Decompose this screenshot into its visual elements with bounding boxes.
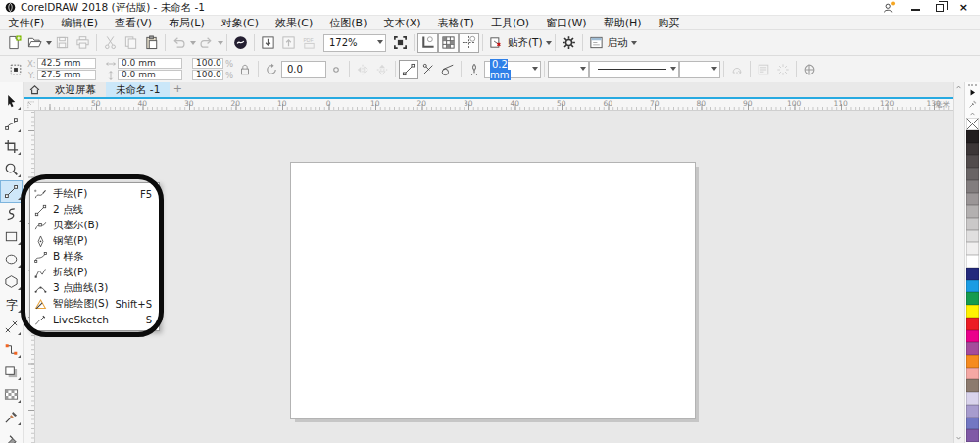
text-wrap-button[interactable] [754, 60, 773, 79]
menu-item[interactable]: 工具(O) [482, 16, 537, 30]
menu-item[interactable]: 帮助(H) [595, 16, 650, 30]
dimension-tool[interactable] [0, 316, 23, 338]
zoom-dropdown-caret[interactable] [377, 40, 383, 47]
color-swatch[interactable] [966, 230, 979, 243]
connector-tool[interactable] [0, 338, 23, 361]
account-icon[interactable] [882, 1, 896, 14]
color-swatch[interactable] [966, 242, 979, 255]
vertical-scrollbar[interactable] [953, 82, 964, 443]
color-swatch[interactable] [966, 418, 979, 430]
shape-tool[interactable] [0, 113, 23, 135]
color-swatch[interactable] [966, 155, 979, 168]
import-button[interactable] [258, 33, 278, 53]
launch-label[interactable]: 启动 [607, 36, 630, 50]
flyout-menu-item[interactable]: B 样条 [30, 249, 159, 265]
redo-dropdown-caret[interactable] [218, 41, 223, 48]
flyout-menu-item[interactable]: 智能绘图(S) Shift+S [30, 296, 159, 312]
palette-grip[interactable] [968, 84, 977, 86]
zoom-tool[interactable] [0, 158, 23, 180]
snap-to-button[interactable] [486, 33, 507, 53]
menu-item[interactable]: 位图(B) [321, 16, 375, 30]
outline-width-caret[interactable] [532, 67, 538, 74]
color-swatch[interactable] [966, 355, 979, 368]
open-button[interactable] [24, 33, 45, 53]
undo-button[interactable] [169, 33, 189, 53]
menu-item[interactable]: 文件(F) [0, 16, 53, 30]
scale-x-field[interactable]: 100.0 [192, 58, 223, 69]
menu-item[interactable]: 窗口(W) [538, 16, 595, 30]
menu-item[interactable]: 文本(X) [375, 16, 429, 30]
x-position-field[interactable]: 42.5 mm [37, 58, 96, 69]
color-swatch[interactable] [966, 318, 979, 330]
publish-pdf-button[interactable]: PDF [299, 33, 319, 53]
minimize-button[interactable] [911, 9, 920, 11]
copy-button[interactable] [121, 33, 141, 53]
zoom-level-combo[interactable]: 172% [323, 34, 386, 52]
flyout-menu-item[interactable]: 贝塞尔(B) [30, 218, 159, 233]
tangent-line-button[interactable] [438, 60, 458, 79]
color-swatch[interactable] [966, 193, 979, 206]
mirror-horizontal-button[interactable] [353, 60, 372, 79]
menu-item[interactable]: 查看(V) [106, 16, 160, 30]
menu-item[interactable]: 表格(T) [429, 16, 482, 30]
menu-item[interactable]: 布局(L) [161, 16, 214, 30]
paste-button[interactable] [141, 33, 162, 53]
color-eyedropper-tool[interactable] [0, 406, 23, 428]
redo-button[interactable] [196, 33, 217, 53]
polygon-tool[interactable] [0, 271, 23, 293]
end-arrowhead-combo[interactable] [679, 61, 720, 78]
color-swatch[interactable] [966, 292, 979, 305]
rotation-angle-field[interactable]: 0.0 [281, 61, 326, 78]
mirror-vertical-button[interactable] [372, 60, 392, 79]
color-swatch[interactable] [966, 268, 979, 280]
color-swatch[interactable] [966, 205, 979, 218]
document-tab[interactable]: 欢迎屏幕 [45, 82, 106, 97]
options-button[interactable] [559, 33, 579, 53]
palette-flyout-icon[interactable] [968, 88, 977, 97]
text-tool[interactable]: 字 [0, 293, 23, 316]
snap-to-label[interactable]: 贴齐(T) [507, 36, 545, 50]
scroll-down-icon[interactable] [955, 435, 963, 441]
palette-eyedropper-icon[interactable] [968, 99, 978, 109]
document-tab[interactable]: 未命名 -1 [106, 82, 170, 97]
freehand-tool[interactable] [0, 180, 23, 203]
menu-item[interactable]: 对象(C) [213, 16, 267, 30]
print-button[interactable] [73, 33, 93, 53]
cut-button[interactable] [100, 33, 121, 53]
flyout-menu-item[interactable]: 2 点线 [30, 202, 159, 218]
document-page[interactable] [290, 162, 696, 419]
flyout-menu-item[interactable]: 3 点曲线(3) [30, 280, 159, 296]
flyout-menu-item[interactable]: LiveSketch S [30, 312, 159, 327]
color-swatch[interactable] [966, 168, 979, 180]
color-swatch[interactable] [966, 368, 979, 380]
show-rulers-toggle[interactable] [417, 33, 438, 53]
color-swatch[interactable] [966, 305, 979, 318]
color-swatch[interactable] [966, 255, 979, 268]
flyout-menu-item[interactable]: 折线(P) [30, 265, 159, 280]
snap-dropdown-caret[interactable] [546, 41, 552, 48]
pick-tool[interactable] [0, 90, 23, 113]
close-curve-button[interactable] [727, 60, 747, 79]
color-swatch[interactable] [966, 392, 979, 405]
object-height-field[interactable]: 0.0 mm [118, 70, 182, 80]
perpendicular-line-button[interactable] [418, 60, 438, 79]
lock-ratio-button[interactable] [235, 60, 255, 79]
transparency-tool[interactable] [0, 383, 23, 406]
search-content-button[interactable] [230, 33, 251, 53]
color-swatch[interactable] [966, 143, 979, 156]
two-point-line-button[interactable] [399, 60, 418, 79]
restore-button[interactable] [936, 4, 944, 12]
fullscreen-preview-button[interactable] [390, 33, 411, 53]
menu-item[interactable]: 编辑(E) [53, 16, 107, 30]
flyout-menu-item[interactable]: 手绘(F) F5 [30, 186, 159, 202]
crop-tool[interactable] [0, 135, 23, 158]
flyout-menu-item[interactable]: 钢笔(P) [30, 233, 159, 249]
menu-item[interactable]: 购买 [650, 16, 688, 30]
color-swatch[interactable] [966, 379, 979, 392]
launch-dropdown-caret[interactable] [631, 41, 637, 48]
rectangle-tool[interactable] [0, 225, 23, 248]
palette-scroll-up-icon[interactable] [968, 111, 977, 117]
object-width-field[interactable]: 0.0 mm [118, 58, 182, 69]
line-style-combo[interactable] [589, 61, 679, 78]
color-swatch[interactable] [966, 330, 979, 343]
